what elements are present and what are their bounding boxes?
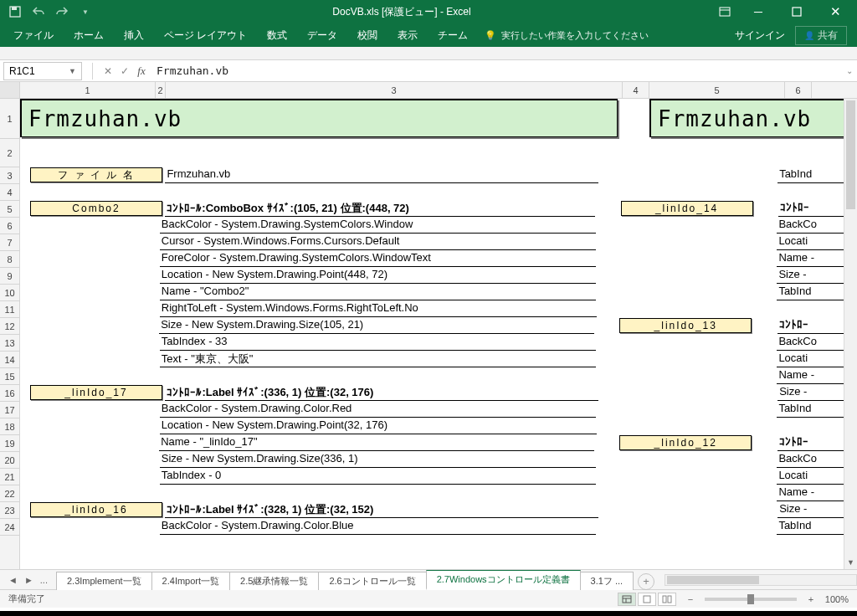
sign-in-link[interactable]: サインイン <box>735 28 785 43</box>
col-header[interactable]: 2 <box>156 82 166 98</box>
row-header[interactable]: 21 <box>0 469 19 485</box>
row-header[interactable]: 17 <box>0 402 19 418</box>
row-header[interactable]: 11 <box>0 301 19 318</box>
row-header[interactable]: 9 <box>0 268 19 285</box>
expand-formula-bar-icon[interactable]: ⌄ <box>842 66 857 75</box>
sheet-tab[interactable]: 2.3Implement一覧 <box>56 572 152 590</box>
cell[interactable] <box>160 368 597 385</box>
cell[interactable]: Location - New System.Drawing.Point(32, … <box>160 418 597 434</box>
ribbon-display-options[interactable] <box>711 0 738 23</box>
sheet-nav-last-icon[interactable]: ► <box>24 575 33 585</box>
cells-area[interactable]: Frmzuhan.vb Frmzuhan.vb フ ァ イ ル 名 Frmzuh… <box>20 99 857 569</box>
row-header[interactable]: 22 <box>0 485 19 502</box>
share-button[interactable]: 👤 共有 <box>795 26 847 45</box>
cell[interactable]: BackColor - System.Drawing.SystemColors.… <box>160 218 597 234</box>
tab-review[interactable]: 校閲 <box>349 25 386 46</box>
tag-linido16[interactable]: _linIdo_16 <box>30 502 162 517</box>
row-header[interactable]: 15 <box>0 368 19 385</box>
tag-linido14[interactable]: _linIdo_14 <box>621 201 753 216</box>
tag-combo2[interactable]: Combo2 <box>30 201 162 216</box>
sheet-tab[interactable]: 2.4Import一覧 <box>151 572 230 590</box>
cell[interactable]: Text - "東京、大阪" <box>160 352 597 367</box>
cell[interactable]: ForeColor - System.Drawing.SystemColors.… <box>160 251 597 267</box>
tag-linido12[interactable]: _linIdo_12 <box>619 435 752 450</box>
sheet-tab[interactable]: 2.6コントロール一覧 <box>318 572 426 590</box>
minimize-button[interactable]: ─ <box>740 0 777 23</box>
redo-icon[interactable] <box>55 5 69 18</box>
formula-input[interactable]: Frmzuhan.vb <box>150 64 842 77</box>
cancel-formula-button[interactable]: ✕ <box>100 63 116 80</box>
row-header[interactable]: 24 <box>0 519 19 536</box>
col-header[interactable]: 3 <box>166 82 623 98</box>
tab-page-layout[interactable]: ページ レイアウト <box>156 25 255 46</box>
tell-me-search[interactable]: 💡 実行したい作業を入力してください <box>485 29 649 42</box>
tab-file[interactable]: ファイル <box>5 25 62 46</box>
vertical-scrollbar[interactable]: ▲ ▼ <box>844 99 857 569</box>
worksheet-grid[interactable]: 1 2 3 4 5 6 1 2 3 4 5 6 7 8 9 10 11 12 1… <box>0 82 857 569</box>
row-header[interactable]: 5 <box>0 201 19 218</box>
zoom-in-button[interactable]: + <box>805 594 817 604</box>
row-header[interactable]: 12 <box>0 318 19 335</box>
section-header-right[interactable]: Frmzuhan.vb <box>649 99 857 137</box>
tab-home[interactable]: ホーム <box>65 25 112 46</box>
cell[interactable]: BackColor - System.Drawing.Color.Red <box>160 402 597 418</box>
sheet-tab[interactable]: 3.1フ ... <box>580 572 634 590</box>
sheet-nav-more[interactable]: ... <box>40 575 48 585</box>
tab-insert[interactable]: 挿入 <box>115 25 152 46</box>
col-header[interactable]: 6 <box>785 82 812 98</box>
section-header-left[interactable]: Frmzuhan.vb <box>20 99 618 137</box>
cell[interactable]: TabIndex - 0 <box>160 469 597 485</box>
qat-dropdown-icon[interactable]: ▼ <box>79 5 92 18</box>
add-sheet-button[interactable]: + <box>638 573 654 590</box>
cell[interactable]: Name - "_linIdo_17" <box>159 435 594 451</box>
chevron-down-icon[interactable]: ▼ <box>69 67 76 75</box>
tag-filename[interactable]: フ ァ イ ル 名 <box>30 167 162 182</box>
row-header[interactable]: 8 <box>0 251 19 268</box>
close-button[interactable]: ✕ <box>817 0 854 23</box>
cell[interactable]: Size - New System.Drawing.Size(336, 1) <box>160 452 597 468</box>
tab-view[interactable]: 表示 <box>389 25 426 46</box>
cell[interactable]: Location - New System.Drawing.Point(448,… <box>160 268 597 284</box>
row-header[interactable]: 19 <box>0 435 19 452</box>
zoom-out-button[interactable]: − <box>685 594 696 604</box>
tag-linido17[interactable]: _linIdo_17 <box>30 385 162 400</box>
row-header[interactable]: 16 <box>0 385 19 402</box>
col-header[interactable]: 4 <box>623 82 649 98</box>
scroll-down-icon[interactable]: ▼ <box>844 556 857 569</box>
page-break-view-button[interactable] <box>658 593 676 606</box>
cell[interactable]: TabIndex - 33 <box>160 335 597 351</box>
row-header[interactable]: 23 <box>0 502 19 519</box>
tag-linido13[interactable]: _linIdo_13 <box>619 318 752 333</box>
sheet-tab-active[interactable]: 2.7Windowsコントロール定義書 <box>426 570 581 590</box>
cell[interactable]: Name - "Combo2" <box>160 285 597 300</box>
save-icon[interactable] <box>8 5 22 18</box>
cell[interactable]: ｺﾝﾄﾛｰﾙ:Label ｻｲｽﾞ:(328, 1) 位置:(32, 152) <box>165 502 598 518</box>
tab-formulas[interactable]: 数式 <box>259 25 295 46</box>
row-header[interactable]: 14 <box>0 352 19 368</box>
tab-data[interactable]: データ <box>299 25 346 46</box>
cell[interactable] <box>160 485 597 502</box>
accept-formula-button[interactable]: ✓ <box>116 63 133 80</box>
row-header[interactable]: 10 <box>0 285 19 301</box>
row-header[interactable]: 7 <box>0 234 19 251</box>
row-header[interactable]: 18 <box>0 418 19 435</box>
row-header[interactable]: 13 <box>0 335 19 352</box>
zoom-slider[interactable] <box>705 598 797 601</box>
zoom-level[interactable]: 100% <box>825 594 849 604</box>
col-header[interactable]: 1 <box>20 82 156 98</box>
scroll-thumb[interactable] <box>846 100 855 209</box>
col-header[interactable]: 5 <box>649 82 785 98</box>
row-header[interactable]: 2 <box>0 139 19 167</box>
fx-button[interactable]: fx <box>133 63 150 80</box>
scroll-thumb[interactable] <box>667 576 759 584</box>
row-header[interactable]: 1 <box>0 99 19 139</box>
page-layout-view-button[interactable] <box>638 593 656 606</box>
row-header[interactable]: 3 <box>0 167 19 184</box>
row-header[interactable]: 6 <box>0 218 19 234</box>
cell[interactable]: ｺﾝﾄﾛｰﾙ:ComboBox ｻｲｽﾞ:(105, 21) 位置:(448, … <box>165 201 595 217</box>
name-box[interactable]: R1C1 ▼ <box>3 62 82 80</box>
cell[interactable]: ｺﾝﾄﾛｰﾙ:Label ｻｲｽﾞ:(336, 1) 位置:(32, 176) <box>165 385 598 401</box>
cell[interactable]: RightToLeft - System.Windows.Forms.Right… <box>160 301 597 317</box>
tab-team[interactable]: チーム <box>429 25 476 46</box>
select-all-corner[interactable] <box>0 82 20 98</box>
